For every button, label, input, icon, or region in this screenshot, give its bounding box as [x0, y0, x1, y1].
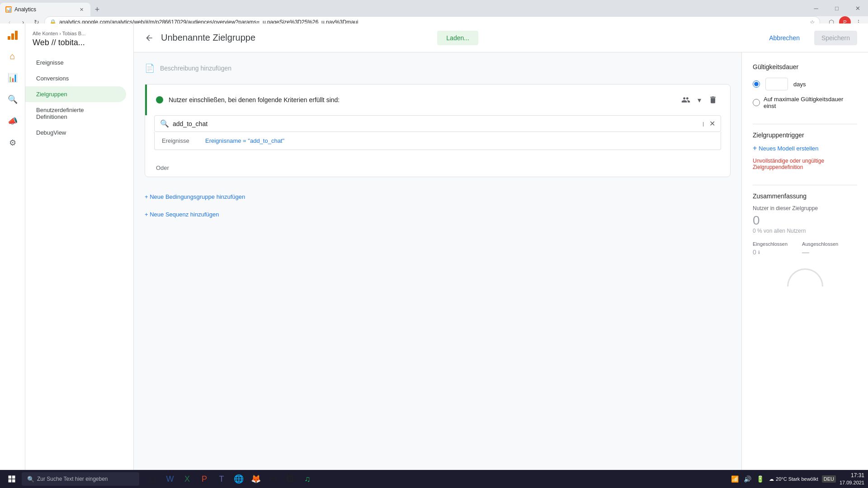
days-label: days — [793, 81, 806, 88]
taskbar-chrome-icon[interactable]: 🌐 — [231, 471, 247, 487]
add-condition-label: + Neue Bedingungsgruppe hinzufügen — [145, 193, 245, 200]
validity-radio-group: 30 days Auf maximale Gültigkeitsdauer ei… — [753, 78, 857, 109]
sidebar-item-benutzerdefinierte[interactable]: Benutzerdefinierte Definitionen — [25, 102, 126, 125]
sidebar-item-debugview[interactable]: DebugView — [25, 125, 126, 141]
taskbar-photos-icon[interactable]: 🖼 — [282, 471, 298, 487]
cancel-button[interactable]: Abbrechen — [762, 31, 807, 45]
summary-title: Zusammenfassung — [753, 192, 857, 200]
divider-1 — [753, 124, 857, 124]
content-area: 📄 Beschreibung hinzufügen Nutzer einschl… — [134, 52, 868, 488]
tab-close-button[interactable]: ✕ — [78, 6, 85, 13]
top-bar: Unbenannte Zielgruppe Laden... Abbrechen… — [134, 23, 868, 52]
days-radio-input[interactable] — [753, 80, 760, 88]
summary-percent: 0 % von allen Nutzern — [753, 228, 857, 234]
days-value-input[interactable]: 30 — [765, 78, 788, 90]
sidebar-title: Web // tobita... — [33, 38, 126, 47]
taskbar-search-icon: 🔍 — [27, 476, 34, 483]
rail-configure-icon[interactable]: ⚙ — [4, 134, 22, 152]
description-icon: 📄 — [145, 63, 155, 73]
sidebar-item-label: DebugView — [36, 129, 66, 136]
time-display: 17:31 — [840, 472, 864, 479]
result-link[interactable]: Ereignisname = "add_to_chat" — [205, 137, 284, 144]
search-box[interactable]: 🔍 | ✕ — [154, 115, 721, 132]
summary-count: 0 — [753, 213, 857, 228]
main-panel: 📄 Beschreibung hinzufügen Nutzer einschl… — [134, 52, 741, 488]
taskbar-teams-icon[interactable]: T — [213, 471, 230, 487]
search-input[interactable] — [173, 120, 699, 127]
add-condition-group-button[interactable]: + Neue Bedingungsgruppe hinzufügen — [145, 190, 731, 204]
taskbar-ppt-icon[interactable]: P — [196, 471, 212, 487]
search-result-item[interactable]: Ereignisse Ereignisname = "add_to_chat" — [155, 132, 721, 150]
taskbar-search-box[interactable]: 🔍 Zur Suche Text hier eingeben — [22, 472, 139, 486]
close-button[interactable]: ✕ — [847, 0, 868, 16]
tray-weather: ☁ 20°C Stark bewölkt — [769, 476, 818, 482]
taskbar-files-icon[interactable]: 🗂 — [145, 471, 161, 487]
maximize-button[interactable]: □ — [826, 0, 847, 16]
oder-section: Oder — [145, 159, 730, 177]
taskbar-tray: 📶 🔊 🔋 ☁ 20°C Stark bewölkt DEU 17:31 17.… — [729, 472, 864, 486]
days-radio-row: 30 days — [753, 78, 857, 90]
sidebar-item-conversions[interactable]: Conversions — [25, 70, 126, 86]
trigger-title: Zielgruppentrigger — [753, 131, 857, 139]
rail-explore-icon[interactable]: 🔍 — [4, 90, 22, 108]
sidebar-item-zielgruppen[interactable]: Zielgruppen — [25, 86, 126, 102]
segment-indicator — [156, 96, 163, 103]
cursor-indicator: | — [703, 121, 704, 127]
add-sequence-button[interactable]: + Neue Sequenz hinzufügen — [145, 207, 731, 221]
dropdown-chevron-icon[interactable]: ▾ — [698, 96, 701, 104]
taskbar-mail-icon[interactable]: ✉ — [265, 471, 281, 487]
loading-button[interactable]: Laden... — [437, 31, 478, 45]
analytics-logo-icon — [8, 29, 18, 40]
result-category: Ereignisse — [162, 137, 198, 144]
new-model-label: Neues Modell erstellen — [759, 145, 818, 152]
main-content: Unbenannte Zielgruppe Laden... Abbrechen… — [134, 23, 868, 488]
summary-included-col: Eingeschlossen 0 ℹ — [753, 241, 788, 257]
included-info-icon: ℹ — [758, 250, 760, 255]
browser-chrome: 📊 Analytics ✕ + ─ □ ✕ ‹ › ↻ 🔒 analytics.… — [0, 0, 868, 23]
delete-segment-button[interactable] — [705, 92, 721, 108]
clear-search-button[interactable]: ✕ — [709, 119, 715, 128]
included-value: 0 ℹ — [753, 249, 788, 256]
summary-users-label: Nutzer in dieser Zielgruppe — [753, 205, 857, 211]
sidebar-header: Alle Konten › Tobias B... Web // tobita.… — [25, 23, 133, 51]
validity-title: Gültigkeitsdauer — [753, 63, 857, 70]
sidebar-item-ereignisse[interactable]: Ereignisse — [25, 55, 126, 70]
tray-wifi-icon[interactable]: 📶 — [729, 474, 740, 484]
tray-battery-icon[interactable]: 🔋 — [755, 474, 765, 484]
start-button[interactable] — [4, 471, 20, 487]
summary-section: Zusammenfassung Nutzer in dieser Zielgru… — [753, 192, 857, 291]
rail-advertising-icon[interactable]: 📣 — [4, 112, 22, 130]
taskbar-spotify-icon[interactable]: ♫ — [299, 471, 316, 487]
included-label: Eingeschlossen — [753, 241, 788, 247]
taskbar-word-icon[interactable]: W — [162, 471, 178, 487]
browser-tabs: 📊 Analytics ✕ + ─ □ ✕ — [0, 0, 868, 16]
gauge-placeholder — [753, 264, 857, 291]
audience-type-button[interactable] — [678, 92, 694, 108]
oder-text: Oder — [156, 164, 169, 171]
gauge-chart — [787, 268, 823, 286]
rail-home-icon[interactable]: ⌂ — [4, 47, 22, 65]
tray-sound-icon[interactable]: 🔊 — [742, 474, 753, 484]
plus-icon: + — [753, 144, 757, 152]
max-validity-radio-input[interactable] — [753, 99, 760, 106]
rail-reports-icon[interactable]: 📊 — [4, 69, 22, 87]
minimize-button[interactable]: ─ — [806, 0, 826, 16]
new-model-button[interactable]: + Neues Modell erstellen — [753, 144, 819, 152]
taskbar-excel-icon[interactable]: X — [179, 471, 195, 487]
date-display: 17.09.2021 — [840, 479, 864, 486]
taskbar-firefox-icon[interactable]: 🦊 — [248, 471, 264, 487]
new-tab-button[interactable]: + — [90, 3, 104, 16]
sidebar-nav: Ereignisse Conversions Zielgruppen Benut… — [25, 51, 133, 463]
back-arrow-button[interactable] — [145, 33, 154, 42]
error-message: Unvollständige oder ungültige Zielgruppe… — [753, 158, 857, 170]
sidebar-item-label: Benutzerdefinierte Definitionen — [36, 107, 115, 120]
description-placeholder: Beschreibung hinzufügen — [160, 65, 231, 72]
excluded-value: — — [802, 249, 838, 257]
description-row[interactable]: 📄 Beschreibung hinzufügen — [145, 63, 731, 73]
taskbar: 🔍 Zur Suche Text hier eingeben 🗂 W X P T… — [0, 470, 868, 488]
taskbar-search-placeholder: Zur Suche Text hier eingeben — [37, 476, 108, 482]
save-button[interactable]: Speichern — [814, 31, 857, 45]
browser-tab-analytics[interactable]: 📊 Analytics ✕ — [0, 3, 90, 16]
breadcrumb: Alle Konten › Tobias B... — [33, 31, 126, 36]
segment-text-rest: einschließen, bei denen folgende Kriteri… — [189, 96, 340, 103]
